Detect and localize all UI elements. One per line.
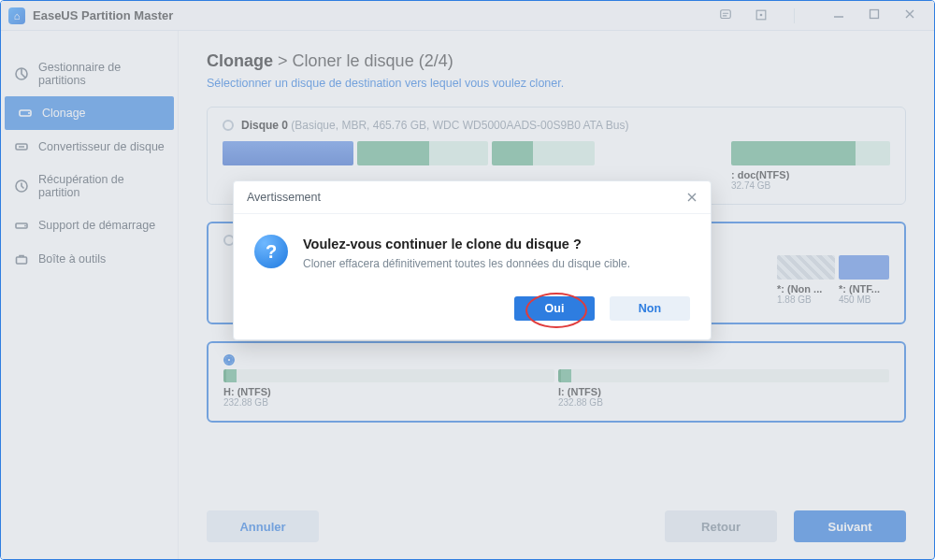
breadcrumb-main: Clonage bbox=[207, 51, 273, 70]
next-button[interactable]: Suivant bbox=[794, 510, 906, 542]
app-title: EaseUS Partition Master bbox=[33, 8, 173, 22]
drive-icon bbox=[14, 218, 29, 233]
dialog-title: Avertissement bbox=[247, 191, 321, 204]
partition-label: *: (NTF... bbox=[839, 283, 889, 294]
sidebar-item-partition-recovery[interactable]: Récupération de partition bbox=[1, 164, 178, 208]
close-icon[interactable] bbox=[686, 192, 698, 203]
partition-size: 232.88 GB bbox=[223, 397, 554, 408]
warning-dialog: Avertissement ? Voulez-vous continuer le… bbox=[233, 180, 712, 340]
svg-rect-0 bbox=[721, 9, 731, 18]
breadcrumb-sep: > bbox=[278, 51, 288, 70]
disk-card-2[interactable]: H: (NTFS) 232.88 GB I: (NTFS) 232.88 GB bbox=[207, 341, 906, 423]
partition-size: 232.88 GB bbox=[558, 397, 889, 408]
question-icon: ? bbox=[254, 235, 288, 268]
partition-bar bbox=[223, 369, 554, 382]
svg-point-10 bbox=[24, 225, 26, 227]
partition-bar bbox=[731, 141, 890, 165]
sidebar-item-clone[interactable]: Clonage bbox=[5, 96, 174, 130]
svg-point-6 bbox=[28, 112, 30, 114]
partition-label: *: (Non ... bbox=[777, 283, 835, 294]
breadcrumb-sub: Cloner le disque (2/4) bbox=[293, 51, 453, 70]
partition-bar bbox=[223, 141, 353, 165]
disk-title: Disque 0 (Basique, MBR, 465.76 GB, WDC W… bbox=[241, 119, 628, 132]
partition-size: 1.88 GB bbox=[777, 294, 835, 305]
settings-icon[interactable] bbox=[755, 8, 777, 23]
sidebar-item-label: Boîte à outils bbox=[38, 252, 106, 266]
partition-bar bbox=[492, 141, 595, 165]
window-controls bbox=[719, 8, 927, 23]
sidebar-item-disk-converter[interactable]: Convertisseur de disque bbox=[1, 130, 178, 164]
minimize-button[interactable] bbox=[833, 8, 856, 23]
sidebar-item-label: Gestionnaire de partitions bbox=[38, 61, 165, 87]
partition-label: H: (NTFS) bbox=[223, 386, 554, 397]
confirm-yes-button[interactable]: Oui bbox=[514, 296, 595, 321]
disk-name: Disque 0 bbox=[241, 119, 288, 132]
partition-bar bbox=[357, 141, 488, 165]
confirm-no-button[interactable]: Non bbox=[610, 296, 690, 321]
disk-radio[interactable] bbox=[223, 120, 234, 131]
svg-rect-3 bbox=[870, 9, 879, 18]
sidebar-item-bootable-media[interactable]: Support de démarrage bbox=[1, 208, 178, 242]
disk-meta: (Basique, MBR, 465.76 GB, WDC WD5000AADS… bbox=[291, 119, 628, 132]
partition-label: I: (NTFS) bbox=[558, 386, 889, 397]
sidebar: Gestionnaire de partitions Clonage Conve… bbox=[1, 31, 179, 559]
feedback-icon[interactable] bbox=[719, 8, 741, 23]
svg-rect-11 bbox=[17, 257, 27, 264]
sidebar-item-label: Convertisseur de disque bbox=[38, 140, 165, 153]
partition-bar-unallocated bbox=[777, 255, 835, 280]
partition-bar bbox=[839, 255, 889, 280]
sidebar-item-label: Clonage bbox=[42, 107, 86, 120]
pie-icon bbox=[14, 66, 29, 81]
sidebar-item-partition-manager[interactable]: Gestionnaire de partitions bbox=[1, 51, 178, 96]
partition-size: 450 MB bbox=[839, 294, 889, 305]
maximize-button[interactable] bbox=[869, 8, 891, 23]
breadcrumb: Clonage > Cloner le disque (2/4) bbox=[207, 51, 906, 71]
dialog-header: Avertissement bbox=[234, 181, 711, 214]
disk-icon bbox=[18, 106, 33, 121]
close-button[interactable] bbox=[904, 8, 927, 23]
separator bbox=[794, 8, 816, 23]
wizard-footer: Annuler Retour Suivant bbox=[207, 510, 906, 542]
dialog-message: Cloner effacera définitivement toutes le… bbox=[303, 257, 630, 270]
recovery-icon bbox=[14, 179, 29, 194]
svg-point-2 bbox=[760, 13, 763, 16]
page-subtitle: Sélectionner un disque de destination ve… bbox=[207, 77, 906, 90]
titlebar: ⌂ EaseUS Partition Master bbox=[1, 1, 934, 31]
dialog-body: ? Voulez-vous continuer le clone du disq… bbox=[234, 214, 711, 278]
app-window: ⌂ EaseUS Partition Master bbox=[0, 0, 935, 560]
partition-label: : doc(NTFS) bbox=[731, 169, 890, 180]
convert-icon bbox=[14, 139, 29, 154]
sidebar-item-toolbox[interactable]: Boîte à outils bbox=[1, 242, 178, 276]
toolbox-icon bbox=[14, 251, 29, 266]
cancel-button[interactable]: Annuler bbox=[207, 510, 319, 542]
sidebar-item-label: Support de démarrage bbox=[38, 219, 155, 232]
disk-radio[interactable] bbox=[223, 354, 235, 366]
back-button[interactable]: Retour bbox=[665, 510, 777, 542]
dialog-heading: Voulez-vous continuer le clone du disque… bbox=[303, 237, 630, 251]
dialog-actions: Oui Non bbox=[234, 278, 711, 339]
sidebar-item-label: Récupération de partition bbox=[38, 173, 165, 199]
app-logo-icon: ⌂ bbox=[8, 7, 25, 24]
partition-bar bbox=[558, 369, 889, 382]
partition-size: 32.74 GB bbox=[731, 180, 890, 191]
